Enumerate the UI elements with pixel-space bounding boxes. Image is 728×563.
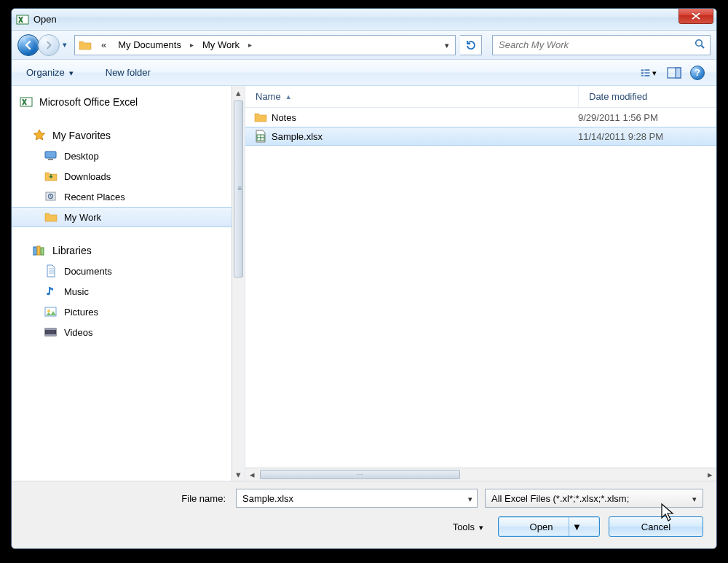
desktop-icon xyxy=(44,149,58,163)
star-icon xyxy=(32,128,47,143)
scroll-thumb[interactable] xyxy=(234,101,243,277)
scroll-up-button[interactable]: ▴ xyxy=(232,86,245,99)
change-view-button[interactable] xyxy=(641,64,661,82)
navpane-scrollbar[interactable]: ▴ ▾ xyxy=(232,86,245,481)
nav-item-videos[interactable]: Videos xyxy=(12,322,245,342)
nav-root-excel[interactable]: Microsoft Office Excel xyxy=(12,92,245,112)
file-row-sample-xlsx[interactable]: Sample.xlsx 11/14/2011 9:28 PM xyxy=(245,127,716,146)
file-row-folder-notes[interactable]: Notes 9/29/2011 1:56 PM xyxy=(245,108,716,127)
scroll-left-button[interactable]: ◂ xyxy=(245,468,258,481)
folder-icon xyxy=(44,210,58,224)
search-input[interactable] xyxy=(497,39,694,51)
sort-asc-icon: ▲ xyxy=(285,93,292,101)
breadcrumb-item-mydocuments[interactable]: My Documents xyxy=(114,36,186,55)
nav-item-downloads[interactable]: Downloads xyxy=(12,166,245,186)
svg-rect-11 xyxy=(20,98,32,106)
file-list[interactable]: Notes 9/29/2011 1:56 PM Sample.xlsx 11/1… xyxy=(245,108,716,468)
titlebar: Open xyxy=(12,9,716,31)
breadcrumb-separator[interactable] xyxy=(244,36,256,55)
downloads-icon xyxy=(44,169,58,184)
forward-button[interactable] xyxy=(38,34,60,56)
address-bar: « My Documents My Work xyxy=(12,31,716,60)
new-folder-button[interactable]: New folder xyxy=(100,64,157,81)
column-header-name[interactable]: Name ▲ xyxy=(245,86,578,107)
breadcrumb-separator[interactable] xyxy=(186,36,198,55)
svg-rect-17 xyxy=(37,246,40,255)
refresh-button[interactable] xyxy=(460,35,482,55)
navigation-pane: Microsoft Office Excel My Favorites Desk… xyxy=(12,86,245,481)
window-title: Open xyxy=(33,14,57,25)
open-button-label[interactable]: Open xyxy=(514,517,570,536)
libraries-icon xyxy=(32,243,47,258)
breadcrumb-bar[interactable]: « My Documents My Work xyxy=(74,35,456,55)
svg-rect-4 xyxy=(641,72,644,74)
search-icon[interactable] xyxy=(694,38,705,52)
breadcrumb-overflow[interactable]: « xyxy=(94,36,114,55)
recent-places-icon xyxy=(44,189,58,204)
filename-input[interactable] xyxy=(241,492,464,505)
open-button-dropdown[interactable]: ▼ xyxy=(569,517,584,536)
svg-line-2 xyxy=(702,46,705,49)
documents-icon xyxy=(44,264,58,278)
nav-favorites-header[interactable]: My Favorites xyxy=(12,125,245,146)
scroll-htrack[interactable]: ··· xyxy=(258,468,703,481)
nav-item-mywork[interactable]: My Work xyxy=(12,207,239,227)
filetype-dropdown[interactable] xyxy=(688,493,697,504)
toolbar: Organize New folder ? xyxy=(12,60,716,86)
chevron-down-icon[interactable] xyxy=(652,67,661,78)
svg-rect-0 xyxy=(17,15,28,24)
close-button[interactable] xyxy=(678,8,713,24)
column-headers: Name ▲ Date modified xyxy=(245,86,716,108)
scroll-right-button[interactable]: ▸ xyxy=(703,468,716,481)
help-icon: ? xyxy=(690,66,705,80)
dialog-body: Microsoft Office Excel My Favorites Desk… xyxy=(12,86,716,481)
filename-label: File name: xyxy=(25,493,229,504)
videos-icon xyxy=(44,325,58,339)
chevron-down-icon xyxy=(479,521,483,532)
scroll-hthumb[interactable]: ··· xyxy=(260,470,460,479)
file-hscrollbar[interactable]: ◂ ··· ▸ xyxy=(245,468,716,481)
open-dialog-window: Open « My Documents My Work xyxy=(11,8,717,549)
scroll-track[interactable] xyxy=(232,99,245,468)
view-icon xyxy=(641,67,652,79)
folder-icon xyxy=(78,38,92,52)
svg-rect-3 xyxy=(641,69,644,71)
nav-item-recent-places[interactable]: Recent Places xyxy=(12,186,245,207)
svg-point-19 xyxy=(47,293,50,296)
folder-icon xyxy=(253,111,269,123)
svg-point-1 xyxy=(696,40,703,47)
cancel-button[interactable]: Cancel xyxy=(609,516,703,537)
svg-rect-24 xyxy=(45,334,56,336)
filetype-label: All Excel Files (*.xl*;*.xlsx;*.xlsm; xyxy=(491,493,688,504)
svg-rect-18 xyxy=(41,248,44,255)
scroll-down-button[interactable]: ▾ xyxy=(232,468,245,481)
filename-dropdown[interactable] xyxy=(464,493,472,504)
nav-item-music[interactable]: Music xyxy=(12,281,245,302)
svg-rect-10 xyxy=(676,68,681,78)
svg-rect-23 xyxy=(45,328,56,330)
nav-libraries-header[interactable]: Libraries xyxy=(12,240,245,261)
back-button[interactable] xyxy=(17,34,39,56)
breadcrumb-history-dropdown[interactable] xyxy=(440,39,454,50)
filetype-combobox[interactable]: All Excel Files (*.xl*;*.xlsx;*.xlsm; xyxy=(485,489,703,508)
music-icon xyxy=(44,284,58,299)
preview-pane-button[interactable] xyxy=(664,64,684,82)
open-button[interactable]: Open ▼ xyxy=(498,516,600,537)
filename-combobox[interactable] xyxy=(236,489,478,508)
search-box[interactable] xyxy=(492,35,711,55)
help-button[interactable]: ? xyxy=(687,64,708,82)
nav-root-label: Microsoft Office Excel xyxy=(39,96,138,108)
svg-rect-12 xyxy=(45,151,56,158)
recent-locations-dropdown[interactable] xyxy=(60,36,70,54)
tools-menu[interactable]: Tools xyxy=(453,521,483,532)
svg-rect-5 xyxy=(641,75,644,76)
excel-icon xyxy=(19,95,33,109)
nav-item-pictures[interactable]: Pictures xyxy=(12,302,245,322)
nav-item-desktop[interactable]: Desktop xyxy=(12,146,245,166)
column-header-date[interactable]: Date modified xyxy=(578,86,716,107)
breadcrumb-item-mywork[interactable]: My Work xyxy=(198,36,244,55)
nav-favorites-label: My Favorites xyxy=(52,130,111,141)
nav-libraries-label: Libraries xyxy=(52,245,92,256)
organize-menu[interactable]: Organize xyxy=(20,64,79,81)
nav-item-documents[interactable]: Documents xyxy=(12,261,245,281)
